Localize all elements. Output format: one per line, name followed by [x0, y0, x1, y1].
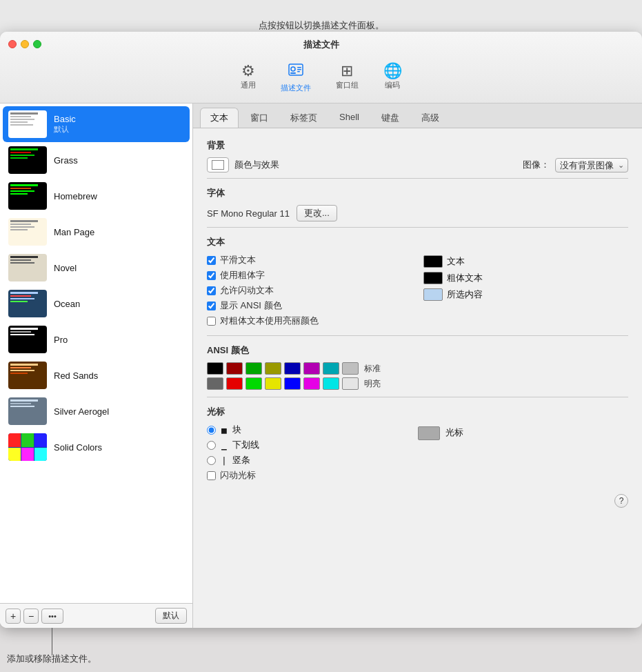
- profile-item-grass[interactable]: Grass: [3, 142, 190, 178]
- bright-bold-checkbox[interactable]: [207, 317, 216, 326]
- section-ansi-title: ANSI 颜色: [207, 344, 628, 357]
- ansi-std-black[interactable]: [207, 362, 223, 375]
- profile-item-redsands[interactable]: Red Sands: [3, 357, 190, 393]
- toolbar-general[interactable]: ⚙ 通用: [235, 61, 261, 96]
- ansi-std-magenta[interactable]: [303, 362, 320, 375]
- tab-keyboard[interactable]: 键盘: [371, 108, 410, 128]
- ansi-std-yellow[interactable]: [265, 362, 281, 375]
- minimize-button[interactable]: [21, 40, 29, 48]
- ansi-std-cyan[interactable]: [323, 362, 339, 375]
- svg-rect-4: [297, 69, 301, 70]
- change-font-button[interactable]: 更改...: [297, 205, 337, 221]
- ansi-bright-black[interactable]: [207, 377, 223, 390]
- toolbar: ⚙ 通用 描述文件: [221, 57, 421, 103]
- section-background-title: 背景: [207, 139, 628, 152]
- toolbar-windowgroup[interactable]: ⊞ 窗口组: [330, 61, 364, 96]
- bottom-note: 添加或移除描述文件。: [0, 649, 103, 669]
- bold-text-color-label: 粗体文本: [447, 272, 483, 284]
- ansi-bright-white[interactable]: [342, 377, 359, 390]
- ansi-std-green[interactable]: [245, 362, 262, 375]
- profile-item-manpage[interactable]: Man Page: [3, 214, 190, 250]
- svg-rect-3: [297, 67, 301, 68]
- ansi-bright-yellow[interactable]: [265, 377, 281, 390]
- tab-advanced[interactable]: 高级: [411, 108, 450, 128]
- bottom-note-container: 添加或移除描述文件。: [0, 628, 642, 669]
- text-color-label: 文本: [447, 255, 465, 268]
- ansi-bright-cyan[interactable]: [323, 377, 339, 390]
- main-window: 描述文件 ⚙ 通用: [0, 32, 642, 628]
- ansi-bright-magenta[interactable]: [303, 377, 320, 390]
- checkbox-smooth: 平滑文本: [207, 254, 412, 266]
- bg-color-button[interactable]: [207, 157, 229, 172]
- blink-text-label: 允许闪动文本: [220, 284, 274, 297]
- selection-color-swatch[interactable]: [423, 288, 443, 301]
- bold-text-color-row: 粗体文本: [423, 272, 483, 284]
- toolbar-encoding-label: 编码: [385, 80, 400, 90]
- text-color-swatch[interactable]: [423, 255, 443, 268]
- ansi-bright-row: 明亮: [207, 377, 628, 390]
- profile-item-novel[interactable]: Novel: [3, 250, 190, 286]
- section-cursor-title: 光标: [207, 406, 628, 418]
- profile-name-pro: Pro: [54, 335, 68, 345]
- ansi-bright-red[interactable]: [226, 377, 243, 390]
- cursor-block-radio[interactable]: [207, 426, 216, 435]
- bold-text-checkbox[interactable]: [207, 271, 216, 280]
- toolbar-profiles[interactable]: 描述文件: [275, 61, 317, 96]
- bold-text-color-swatch[interactable]: [423, 272, 443, 284]
- profile-thumbnail-basic: [8, 110, 47, 138]
- add-profile-button[interactable]: +: [6, 609, 21, 624]
- default-profile-button[interactable]: 默认: [155, 608, 187, 624]
- profile-item-basic[interactable]: Basic 默认: [3, 106, 190, 142]
- cursor-bar-label: 竖条: [232, 454, 250, 466]
- profile-name-redsands: Red Sands: [54, 370, 98, 381]
- cursor-color-swatch[interactable]: [418, 426, 440, 440]
- profile-thumbnail-ocean: [8, 290, 47, 317]
- profile-item-ocean[interactable]: Ocean: [3, 286, 190, 322]
- close-button[interactable]: [8, 40, 17, 48]
- blink-text-checkbox[interactable]: [207, 286, 216, 295]
- cursor-bar-radio[interactable]: [207, 456, 216, 465]
- ansi-std-blue[interactable]: [284, 362, 301, 375]
- profile-item-silveraerogel[interactable]: Silver Aerogel: [3, 393, 190, 429]
- remove-profile-button[interactable]: −: [23, 609, 39, 624]
- profile-item-homebrew[interactable]: Homebrew: [3, 178, 190, 214]
- smooth-text-checkbox[interactable]: [207, 256, 216, 265]
- help-button[interactable]: ?: [614, 494, 628, 508]
- divider-2: [207, 227, 628, 228]
- maximize-button[interactable]: [33, 40, 41, 48]
- ansi-color-checkbox[interactable]: [207, 302, 216, 310]
- cursor-underline-radio[interactable]: [207, 441, 216, 450]
- toolbar-encoding[interactable]: 🌐 编码: [378, 61, 408, 96]
- more-profile-button[interactable]: •••: [41, 609, 63, 624]
- section-text-title: 文本: [207, 236, 628, 248]
- tabs-row: 文本 窗口 标签页 Shell 键盘 高级: [193, 103, 642, 128]
- profile-icon: [288, 63, 304, 81]
- font-name-label: SF Mono Regular 11: [207, 208, 290, 219]
- profile-item-pro[interactable]: Pro: [3, 322, 190, 357]
- toolbar-windowgroup-label: 窗口组: [336, 80, 359, 90]
- ansi-std-red[interactable]: [226, 362, 243, 375]
- blink-cursor-checkbox[interactable]: [207, 471, 216, 480]
- bg-image-select[interactable]: 没有背景图像: [555, 158, 628, 172]
- profile-thumbnail-solidcolors: [8, 433, 47, 461]
- tab-shell[interactable]: Shell: [329, 108, 370, 128]
- profile-item-solidcolors[interactable]: Solid Colors: [3, 429, 190, 465]
- svg-rect-5: [297, 71, 300, 72]
- blink-cursor-row: 闪动光标: [207, 469, 418, 482]
- ansi-std-white[interactable]: [342, 362, 359, 375]
- tooltip-top: 点按按钮以切换描述文件面板。: [0, 14, 642, 32]
- divider-4: [207, 397, 628, 397]
- profile-thumbnail-silveraerogel: [8, 397, 47, 425]
- profile-thumbnail-grass: [8, 146, 47, 174]
- selection-color-row: 所选内容: [423, 288, 483, 301]
- title-bar: 描述文件 ⚙ 通用: [0, 32, 642, 103]
- text-options: 平滑文本 使用粗体字 允许闪动文本: [207, 254, 628, 330]
- profile-list: Basic 默认: [0, 103, 192, 603]
- checkbox-blink: 允许闪动文本: [207, 284, 412, 297]
- tab-text[interactable]: 文本: [200, 108, 239, 128]
- ansi-bright-blue[interactable]: [284, 377, 301, 390]
- cursor-color-label: 光标: [445, 426, 463, 439]
- ansi-bright-green[interactable]: [245, 377, 262, 390]
- tab-tabtitle[interactable]: 标签页: [280, 108, 328, 128]
- tab-window[interactable]: 窗口: [240, 108, 279, 128]
